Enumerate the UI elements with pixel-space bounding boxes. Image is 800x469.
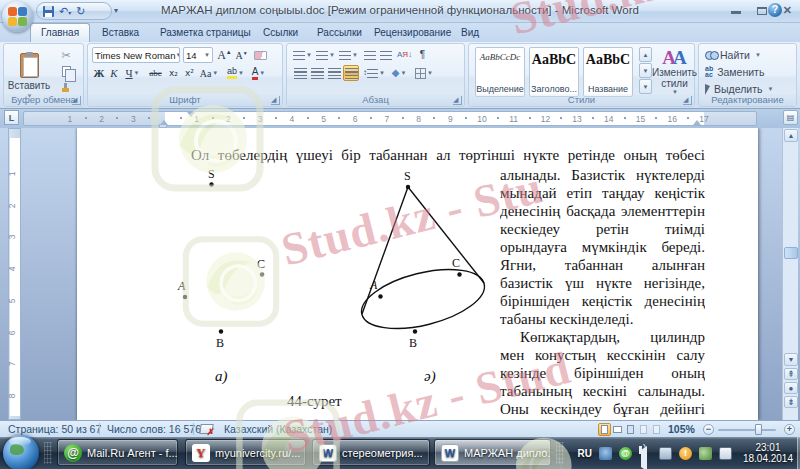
shrink-font-button[interactable]: A▼ <box>234 47 249 63</box>
page-indicator[interactable]: Страница: 50 из 67 <box>8 423 101 435</box>
next-page-button[interactable]: ⇟ <box>784 396 798 408</box>
tab-Рецензирование[interactable]: Рецензирование <box>368 23 457 42</box>
multilevel-list-button[interactable]: ▼ <box>338 47 359 63</box>
horizontal-ruler[interactable]: 3211234567891011121314151617 <box>23 111 757 126</box>
office-button[interactable] <box>2 1 33 32</box>
vertical-ruler[interactable]: 12345678 <box>8 128 21 420</box>
view-draft-button[interactable] <box>650 423 663 436</box>
cut-button[interactable]: ✂ <box>52 48 80 62</box>
dialog-launcher-icon[interactable]: ◢ <box>72 96 81 105</box>
underline-button[interactable]: Ч▼ <box>122 65 143 81</box>
view-print-layout-button[interactable] <box>598 423 611 436</box>
scrollbar-thumb[interactable] <box>784 247 798 259</box>
styles-scroll-up[interactable]: ▲ <box>639 47 652 62</box>
clear-formatting-button[interactable] <box>252 47 269 63</box>
font-name-combo[interactable]: Times New Roman▼ <box>92 47 180 63</box>
change-case-button[interactable]: Aa▼ <box>198 65 220 81</box>
tray-mailru-icon[interactable]: @ <box>619 447 632 460</box>
italic-button[interactable]: К <box>107 65 121 81</box>
copy-button[interactable] <box>52 64 80 79</box>
format-painter-button[interactable] <box>52 81 80 95</box>
numbering-button[interactable]: ▼ <box>315 47 336 63</box>
bold-button[interactable]: Ж <box>92 65 106 81</box>
tab-Рассылки[interactable]: Рассылки <box>311 23 368 42</box>
right-indent-marker[interactable] <box>693 116 701 125</box>
spellcheck-indicator[interactable] <box>200 424 213 436</box>
zoom-slider-track[interactable] <box>718 429 776 431</box>
tab-Вставка[interactable]: Вставка <box>96 23 145 42</box>
tray-pc-icon[interactable] <box>599 447 612 460</box>
decrease-indent-button[interactable] <box>362 47 377 63</box>
previous-page-button[interactable]: ⇞ <box>784 368 798 380</box>
align-right-button[interactable] <box>326 65 342 81</box>
tab-selector[interactable]: L <box>4 110 19 125</box>
language-ru[interactable]: RU <box>577 448 591 459</box>
tab-Разметка страницы[interactable]: Разметка страницы <box>154 23 257 42</box>
scroll-down-button[interactable]: ▼ <box>784 353 798 366</box>
subscript-button[interactable]: x₂ <box>166 65 181 81</box>
dialog-launcher-icon[interactable]: ◢ <box>271 96 280 105</box>
styles-more-button[interactable]: ▼ <box>639 79 652 94</box>
highlight-button[interactable]: ab▼ <box>225 65 246 81</box>
tray-volume-icon[interactable] <box>639 447 652 460</box>
dialog-launcher-icon[interactable]: ◢ <box>683 96 692 105</box>
sort-button[interactable]: АЯ↓ <box>396 47 413 63</box>
first-line-indent-marker[interactable] <box>187 112 195 121</box>
style-item[interactable]: AaBbCНазвание <box>583 47 633 97</box>
increase-indent-button[interactable] <box>378 47 393 63</box>
font-color-button[interactable]: А▼ <box>248 65 269 81</box>
superscript-button[interactable]: x² <box>182 65 197 81</box>
justify-button[interactable] <box>343 65 359 81</box>
taskbar-handle[interactable] <box>44 442 52 464</box>
taskbar-item[interactable]: @Mail.Ru Агент - f... <box>57 439 178 466</box>
tab-Вид[interactable]: Вид <box>455 23 485 42</box>
ruler-toggle-button[interactable]: ▤ <box>783 110 798 125</box>
show-marks-button[interactable]: ¶ <box>415 47 430 63</box>
minimize-button[interactable] <box>731 11 741 14</box>
word-count[interactable]: Число слов: 16 576 <box>107 423 201 435</box>
tray-clipboard-icon[interactable] <box>719 447 732 460</box>
zoom-in-button[interactable]: + <box>784 424 795 435</box>
document-page[interactable]: Ол төбелердің үшеуі бір табаннан ал төрт… <box>77 128 758 420</box>
zoom-slider-thumb[interactable] <box>755 424 762 435</box>
taskbar-item[interactable]: Ymyunivercity.ru/... <box>185 439 306 466</box>
strikethrough-button[interactable]: abс <box>146 65 165 81</box>
change-styles-button[interactable]: AA Изменить стили ▼ <box>655 46 694 98</box>
view-fullscreen-button[interactable] <box>611 423 624 436</box>
view-web-layout-button[interactable] <box>624 423 637 436</box>
tab-Ссылки[interactable]: Ссылки <box>257 23 304 42</box>
zoom-out-button[interactable]: − <box>703 424 714 435</box>
tray-network-icon[interactable] <box>659 447 672 460</box>
dialog-launcher-icon[interactable]: ◢ <box>453 96 462 105</box>
tray-alert-icon[interactable]: ! <box>679 447 692 460</box>
replace-button[interactable]: abacЗаменить <box>705 66 764 78</box>
help-button[interactable]: ? <box>768 3 782 17</box>
grow-font-button[interactable]: A▲ <box>216 47 233 63</box>
taskbar-clock[interactable]: 23:0118.04.2014 <box>743 442 793 464</box>
vertical-scrollbar[interactable]: ▲ ▼ ⇞ ● ⇟ <box>782 128 798 420</box>
taskbar-item[interactable]: Wстереометрия... <box>312 439 430 466</box>
zoom-level[interactable]: 105% <box>668 423 695 435</box>
language-indicator[interactable]: Казахский (Казахстан) <box>224 423 332 435</box>
tray-users-icon[interactable] <box>699 447 712 460</box>
tab-Главная[interactable]: Главная <box>30 23 90 42</box>
style-item[interactable]: AaBbCcDcВыделение <box>475 47 525 97</box>
tray-handle[interactable] <box>556 442 564 464</box>
browse-object-button[interactable]: ● <box>784 382 798 394</box>
bullets-button[interactable]: ▼ <box>292 47 313 63</box>
view-outline-button[interactable] <box>637 423 650 436</box>
close-button[interactable]: ✕ <box>783 5 792 15</box>
scroll-up-button[interactable]: ▲ <box>784 129 798 142</box>
styles-scroll-down[interactable]: ▼ <box>639 63 652 78</box>
start-button[interactable] <box>3 435 39 469</box>
line-spacing-button[interactable]: ↕▼ <box>363 65 385 81</box>
align-left-button[interactable] <box>292 65 308 81</box>
taskbar-item[interactable]: WМАРЖАН дипло... <box>434 439 551 466</box>
align-center-button[interactable] <box>309 65 325 81</box>
borders-button[interactable]: ▼ <box>413 65 435 81</box>
find-button[interactable]: Найти▼ <box>705 49 761 61</box>
style-item[interactable]: AaBbCЗаголово... <box>529 47 579 97</box>
maximize-button[interactable] <box>757 7 767 15</box>
shading-button[interactable]: ◆▼ <box>388 65 410 81</box>
font-size-combo[interactable]: 14▼ <box>183 47 213 63</box>
